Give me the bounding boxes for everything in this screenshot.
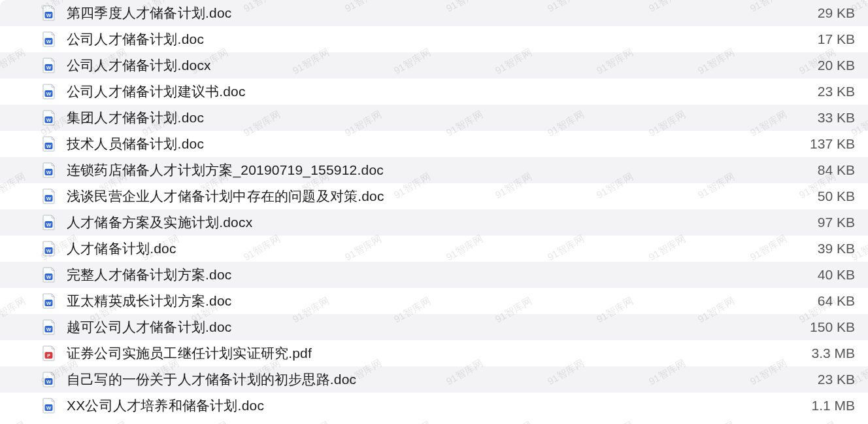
file-row[interactable]: W 第四季度人才储备计划.doc29 KB: [0, 0, 868, 26]
word-icon: W: [42, 293, 56, 309]
file-row[interactable]: W 人才储备计划.doc39 KB: [0, 236, 868, 262]
file-row[interactable]: P 证券公司实施员工继任计划实证研究.pdf3.3 MB: [0, 340, 868, 366]
watermark-text: 91智库网: [189, 419, 230, 424]
watermark-text: 91智库网: [290, 419, 331, 424]
file-size: 23 KB: [796, 372, 855, 387]
word-icon: W: [42, 58, 56, 73]
file-size: 40 KB: [796, 267, 855, 283]
file-size: 39 KB: [796, 241, 855, 256]
word-doc-icon: W: [42, 372, 56, 387]
file-name: 第四季度人才储备计划.doc: [67, 4, 786, 22]
svg-text:W: W: [46, 222, 52, 228]
file-name: 证券公司实施员工继任计划实证研究.pdf: [67, 344, 786, 362]
svg-text:W: W: [46, 143, 52, 149]
file-name: 公司人才储备计划.docx: [67, 56, 786, 75]
file-row[interactable]: W 浅谈民营企业人才储备计划中存在的问题及对策.doc50 KB: [0, 183, 868, 209]
file-size: 23 KB: [796, 84, 855, 99]
watermark-text: 91智库网: [493, 419, 534, 424]
word-icon: W: [42, 136, 56, 152]
word-doc-icon: W: [42, 110, 56, 126]
word-icon: W: [42, 31, 56, 47]
word-icon: W: [42, 241, 56, 256]
file-row[interactable]: W 公司人才储备计划建议书.doc23 KB: [0, 79, 868, 105]
word-doc-icon: W: [42, 162, 56, 178]
file-name: 连锁药店储备人才计划方案_20190719_155912.doc: [67, 161, 786, 179]
word-doc-icon: W: [42, 136, 56, 152]
file-name: 自己写的一份关于人才储备计划的初步思路.doc: [67, 370, 786, 389]
watermark-text: 91智库网: [695, 419, 737, 424]
file-row[interactable]: W 集团人才储备计划.doc33 KB: [0, 105, 868, 131]
file-size: 20 KB: [796, 58, 855, 73]
file-row[interactable]: W 公司人才储备计划.docx20 KB: [0, 52, 868, 79]
word-doc-icon: W: [42, 293, 56, 309]
file-row[interactable]: W XX公司人才培养和储备计划.doc1.1 MB: [0, 393, 868, 419]
svg-text:P: P: [47, 353, 50, 358]
file-size: 64 KB: [796, 293, 855, 309]
file-name: 公司人才储备计划.doc: [67, 30, 786, 48]
word-icon: W: [42, 110, 56, 126]
svg-text:W: W: [46, 405, 52, 411]
file-row[interactable]: W 公司人才储备计划.doc17 KB: [0, 26, 868, 52]
word-doc-icon: W: [42, 267, 56, 283]
word-doc-icon: W: [42, 319, 56, 335]
word-icon: W: [42, 215, 56, 230]
file-row[interactable]: W 完整人才储备计划方案.doc40 KB: [0, 262, 868, 288]
file-row[interactable]: W 自己写的一份关于人才储备计划的初步思路.doc23 KB: [0, 366, 868, 393]
file-size: 150 KB: [796, 319, 855, 335]
file-list: W 第四季度人才储备计划.doc29 KB W 公司人才储备计划.doc17 K…: [0, 0, 868, 419]
word-icon: W: [42, 319, 56, 335]
word-icon: W: [42, 372, 56, 387]
word-icon: W: [42, 5, 56, 21]
word-doc-icon: W: [42, 188, 56, 204]
file-name: 集团人才储备计划.doc: [67, 109, 786, 127]
file-size: 97 KB: [796, 215, 855, 230]
word-doc-icon: W: [42, 241, 56, 256]
file-size: 1.1 MB: [796, 398, 855, 414]
file-name: 人才储备计划.doc: [67, 239, 786, 258]
watermark-text: 91智库网: [0, 419, 27, 424]
svg-text:W: W: [46, 169, 52, 175]
svg-text:W: W: [46, 274, 52, 280]
word-doc-icon: W: [42, 215, 56, 230]
file-row[interactable]: W 技术人员储备计划.doc137 KB: [0, 131, 868, 157]
word-doc-icon: W: [42, 84, 56, 99]
file-name: 人才储备方案及实施计划.docx: [67, 213, 786, 232]
file-row[interactable]: W 亚太精英成长计划方案.doc64 KB: [0, 288, 868, 314]
word-doc-icon: W: [42, 58, 56, 73]
svg-text:W: W: [46, 117, 52, 123]
word-doc-icon: W: [42, 398, 56, 414]
file-row[interactable]: W 连锁药店储备人才计划方案_20190719_155912.doc84 KB: [0, 157, 868, 183]
pdf-icon: P: [42, 345, 56, 361]
file-size: 137 KB: [796, 136, 855, 152]
word-doc-icon: W: [42, 31, 56, 47]
word-icon: W: [42, 267, 56, 283]
file-name: 越可公司人才储备计划.doc: [67, 318, 786, 336]
file-size: 84 KB: [796, 162, 855, 178]
file-size: 50 KB: [796, 188, 855, 204]
svg-text:W: W: [46, 91, 52, 97]
file-name: XX公司人才培养和储备计划.doc: [67, 397, 786, 415]
word-icon: W: [42, 84, 56, 99]
word-icon: W: [42, 398, 56, 414]
file-row[interactable]: W 越可公司人才储备计划.doc150 KB: [0, 314, 868, 340]
file-name: 技术人员储备计划.doc: [67, 135, 786, 153]
svg-text:W: W: [46, 379, 52, 385]
watermark-text: 91智库网: [594, 419, 635, 424]
word-doc-icon: W: [42, 5, 56, 21]
svg-text:W: W: [46, 39, 52, 44]
file-size: 33 KB: [796, 110, 855, 126]
svg-text:W: W: [46, 65, 52, 71]
svg-text:W: W: [46, 300, 52, 306]
watermark-text: 91智库网: [797, 419, 838, 424]
file-size: 29 KB: [796, 5, 855, 21]
file-name: 完整人才储备计划方案.doc: [67, 266, 786, 284]
svg-text:W: W: [46, 248, 52, 254]
file-name: 亚太精英成长计划方案.doc: [67, 292, 786, 310]
file-name: 浅谈民营企业人才储备计划中存在的问题及对策.doc: [67, 187, 786, 205]
file-row[interactable]: W 人才储备方案及实施计划.docx97 KB: [0, 209, 868, 236]
pdf-doc-icon: P: [42, 345, 56, 361]
file-name: 公司人才储备计划建议书.doc: [67, 82, 786, 101]
watermark-text: 91智库网: [88, 419, 129, 424]
svg-text:W: W: [46, 327, 52, 332]
file-size: 3.3 MB: [796, 345, 855, 361]
